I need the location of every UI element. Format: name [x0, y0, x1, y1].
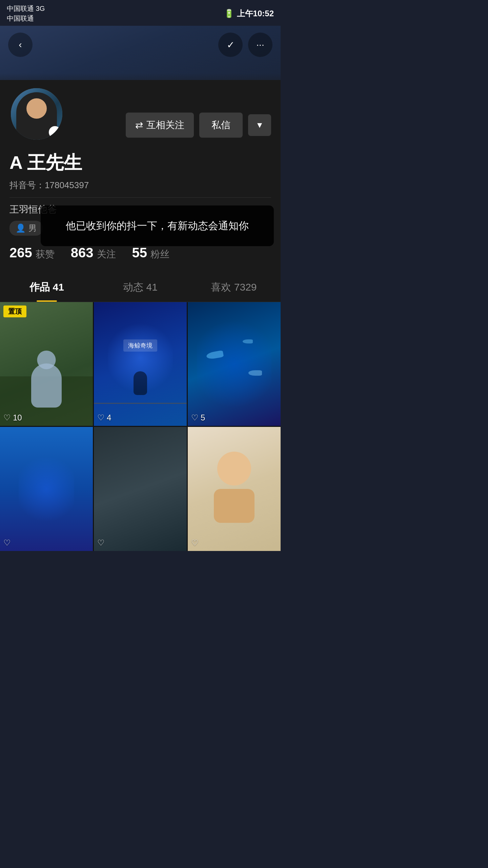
gender-label: 男 — [28, 223, 37, 234]
tabs-bar: 作品 41 动态 41 喜欢 7329 — [0, 271, 281, 302]
person-icon: 👤 — [16, 223, 26, 233]
tiktok-badge: ♪ — [49, 126, 61, 138]
tab-likes-label: 喜欢 7329 — [211, 281, 257, 293]
status-right: 🔋 上午10:52 — [224, 8, 274, 19]
more-button[interactable]: ··· — [248, 33, 272, 57]
gender-tag: 👤 男 — [9, 221, 43, 236]
heart-icon-2: ♡ — [97, 413, 105, 422]
follow-button[interactable]: ⇄ 互相关注 — [126, 113, 194, 138]
username: A 王先生 — [9, 151, 271, 175]
likes-label: 获赞 — [36, 248, 55, 261]
avatar-row: ♪ ⇄ 互相关注 私信 ▼ — [9, 80, 271, 141]
like-count-2: ♡ 4 — [97, 413, 111, 422]
like-count-1: ♡ 10 — [3, 413, 22, 422]
nav-right-buttons: ✓ ··· — [218, 33, 272, 57]
battery-icon: 🔋 — [224, 9, 234, 18]
heart-icon-1: ♡ — [3, 413, 11, 422]
tiktok-logo: ♪ — [54, 129, 57, 136]
following-label: 关注 — [97, 248, 116, 261]
avatar-person-head — [26, 98, 47, 119]
tab-likes[interactable]: 喜欢 7329 — [187, 271, 281, 302]
video-card-4[interactable]: ♡ — [0, 427, 93, 551]
like-count-4: ♡ — [3, 538, 13, 548]
heart-icon-3: ♡ — [191, 413, 199, 422]
follow-label: 互相关注 — [146, 119, 184, 132]
stat-following[interactable]: 863 关注 — [71, 245, 116, 261]
following-count: 863 — [71, 245, 94, 260]
more-options-button[interactable]: ▼ — [248, 114, 271, 136]
check-button[interactable]: ✓ — [218, 33, 243, 57]
likes-number-2: 4 — [107, 413, 111, 422]
check-icon: ✓ — [227, 39, 235, 51]
like-count-6: ♡ — [191, 538, 201, 548]
avatar: ♪ — [9, 87, 64, 141]
likes-number-3: 5 — [201, 413, 205, 422]
video-card-5[interactable]: ♡ — [94, 427, 187, 551]
dropdown-icon: ▼ — [256, 120, 264, 130]
carrier-2: 中国联通 — [7, 14, 45, 23]
dm-button[interactable]: 私信 — [199, 113, 243, 138]
dm-label: 私信 — [211, 120, 230, 130]
more-dots-icon: ··· — [256, 39, 264, 50]
carrier-info: 中国联通 3G 中国联通 — [7, 4, 45, 23]
tab-dynamics-label: 动态 41 — [123, 281, 158, 293]
back-button[interactable]: ‹ — [8, 33, 33, 57]
like-count-3: ♡ 5 — [191, 413, 205, 422]
back-icon: ‹ — [19, 39, 22, 50]
tab-dynamics[interactable]: 动态 41 — [94, 271, 187, 302]
heart-icon-4: ♡ — [3, 538, 11, 548]
likes-number-1: 10 — [13, 413, 22, 422]
status-bar: 中国联通 3G 中国联通 🔋 上午10:52 — [0, 0, 281, 26]
divider-1 — [9, 197, 271, 198]
account-id: 抖音号：178045397 — [9, 179, 271, 191]
header-nav: ‹ ✓ ··· — [0, 33, 281, 57]
stat-likes[interactable]: 265 获赞 — [9, 245, 55, 261]
heart-icon-6: ♡ — [191, 538, 199, 548]
video-grid: 置顶 ♡ 10 海鲸奇境 ♡ 4 — [0, 302, 281, 551]
video-card-3[interactable]: ♡ 5 — [188, 302, 281, 426]
toast-popup: 他已收到你的抖一下，有新动态会通知你 — [41, 205, 274, 246]
like-count-5: ♡ — [97, 538, 107, 548]
stats-row: 265 获赞 863 关注 55 粉丝 — [9, 245, 271, 261]
pinned-label: 置顶 — [8, 308, 22, 315]
video-card-6[interactable]: ♡ — [188, 427, 281, 551]
follow-icon: ⇄ — [135, 120, 143, 131]
carrier-1: 中国联通 3G — [7, 4, 45, 13]
followers-label: 粉丝 — [150, 248, 169, 261]
clock: 上午10:52 — [237, 8, 274, 19]
tab-works[interactable]: 作品 41 — [0, 271, 94, 302]
toast-text: 他已收到你的抖一下，有新动态会通知你 — [66, 220, 249, 231]
followers-count: 55 — [132, 245, 147, 260]
likes-count: 265 — [9, 245, 32, 260]
action-buttons: ⇄ 互相关注 私信 ▼ — [126, 113, 271, 138]
tab-works-label: 作品 41 — [29, 281, 64, 293]
pinned-badge: 置顶 — [3, 305, 26, 317]
video-card-1[interactable]: 置顶 ♡ 10 — [0, 302, 93, 426]
profile-section: 他已收到你的抖一下，有新动态会通知你 ♪ ⇄ 互相关注 私信 ▼ — [0, 80, 281, 271]
stat-followers[interactable]: 55 粉丝 — [132, 245, 170, 261]
heart-icon-5: ♡ — [97, 538, 105, 548]
video-card-2[interactable]: 海鲸奇境 ♡ 4 — [94, 302, 187, 426]
